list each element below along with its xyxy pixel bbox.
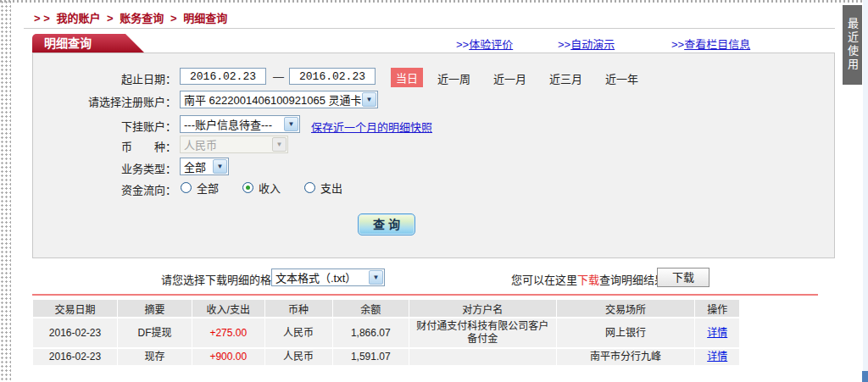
detail-link[interactable]: 详情 [707, 327, 727, 339]
table-row: 2016-02-23 现存 +900.00 人民币 1,591.07 南平市分行… [33, 349, 739, 365]
flow-option-income[interactable]: 收入 [242, 180, 281, 196]
sub-account-value: ---账户信息待查--- [181, 116, 283, 132]
cell-amount: +275.00 [192, 318, 264, 347]
results-divider [32, 294, 818, 296]
range-month-link[interactable]: 近一月 [493, 70, 526, 86]
breadcrumb-my-account[interactable]: 我的账户 [56, 12, 100, 25]
date-from-input[interactable] [180, 68, 266, 85]
currency-label: 币 种： [32, 138, 176, 154]
flow-option-all[interactable]: 全部 [181, 180, 219, 196]
currency-select: 人民币 ▼ [180, 136, 288, 153]
breadcrumb-prefix: > > [34, 12, 50, 25]
link-prefix: >> [671, 38, 684, 51]
left-dotted-border [0, 0, 11, 382]
download-hint: 您可以在这里下载查询明细结果 [511, 271, 665, 287]
download-hint-suffix: 查询明细结果 [599, 274, 665, 286]
link-label[interactable]: 自动演示 [570, 38, 615, 51]
chevron-down-icon[interactable]: ▼ [284, 117, 298, 131]
business-type-select[interactable]: 全部 ▼ [180, 158, 229, 175]
breadcrumb-account-query[interactable]: 账务查询 [120, 12, 164, 25]
fund-flow-options: 全部 收入 支出 [181, 180, 366, 196]
cell-counterparty [409, 349, 556, 365]
currency-value: 人民币 [181, 136, 271, 152]
col-currency: 币种 [265, 300, 332, 317]
cell-summary: DF提现 [118, 318, 192, 347]
link-prefix: >> [456, 38, 469, 51]
transactions-table: 交易日期 摘要 收入/支出 币种 余额 对方户名 交易场所 操作 2016-02… [32, 298, 740, 367]
detail-link[interactable]: 详情 [707, 351, 727, 363]
cell-amount: +900.00 [192, 349, 264, 365]
cell-place: 南平市分行九峰 [557, 349, 695, 365]
range-year-link[interactable]: 近一年 [605, 70, 638, 86]
cell-currency: 人民币 [265, 318, 332, 347]
experience-rating-link[interactable]: >>体验评价 [456, 36, 513, 52]
registered-account-select[interactable]: 南平 6222001406100921065 灵通卡 ▼ [180, 91, 378, 108]
breadcrumb-divider [24, 28, 835, 29]
cell-counterparty: 财付通支付科技有限公司客户备付金 [409, 318, 556, 347]
date-to-input[interactable] [289, 68, 376, 85]
flow-option-label: 收入 [259, 180, 281, 196]
breadcrumb-separator: > [170, 12, 177, 25]
col-action: 操作 [695, 300, 739, 317]
registered-account-value: 南平 6222001406100921065 灵通卡 [181, 91, 361, 108]
breadcrumb-separator: > [107, 12, 114, 25]
recently-used-tab[interactable]: 最近使用 [843, 5, 862, 85]
scrollbar-track[interactable] [863, 0, 868, 382]
sub-account-label: 下挂账户： [32, 118, 176, 134]
fund-flow-label: 资金流向： [32, 181, 176, 197]
download-hint-prefix: 您可以在这里 [511, 274, 577, 286]
table-header-row: 交易日期 摘要 收入/支出 币种 余额 对方户名 交易场所 操作 [33, 300, 739, 317]
business-type-value: 全部 [181, 158, 212, 174]
detail-query-page: > > 我的账户 > 账务查询 > 明细查询 明细查询 >>体验评价 >>自动演… [0, 0, 868, 382]
col-balance: 余额 [333, 300, 409, 317]
cell-balance: 1,866.07 [333, 318, 409, 347]
flow-option-label: 全部 [197, 180, 219, 196]
auto-demo-link[interactable]: >>自动演示 [558, 36, 615, 52]
breadcrumb: > > 我的账户 > 账务查询 > 明细查询 [34, 9, 231, 25]
sub-account-select[interactable]: ---账户信息待查--- ▼ [180, 115, 300, 133]
chevron-down-icon[interactable]: ▼ [369, 270, 383, 285]
cell-summary: 现存 [118, 349, 192, 365]
chevron-down-icon[interactable]: ▼ [362, 92, 376, 107]
download-format-select[interactable]: 文本格式（.txt） ▼ [271, 269, 385, 286]
col-counterparty: 对方户名 [409, 300, 556, 317]
scrollbar-corner [862, 371, 868, 382]
registered-account-label: 请选择注册账户： [32, 93, 176, 109]
cell-balance: 1,591.07 [333, 349, 409, 365]
download-format-value: 文本格式（.txt） [272, 269, 368, 285]
cell-date: 2016-02-23 [33, 349, 117, 365]
top-dotted-border [0, 0, 868, 3]
cell-place: 网上银行 [557, 318, 695, 347]
cell-date: 2016-02-23 [33, 318, 117, 347]
radio-icon[interactable] [181, 182, 192, 193]
chevron-down-icon[interactable]: ▼ [213, 159, 227, 174]
query-button[interactable]: 查 询 [358, 213, 415, 235]
flow-option-expense[interactable]: 支出 [304, 180, 342, 196]
col-date: 交易日期 [33, 300, 117, 317]
flow-option-label: 支出 [320, 180, 342, 196]
breadcrumb-detail-query: 明细查询 [183, 12, 227, 25]
range-3months-link[interactable]: 近三月 [549, 70, 582, 86]
column-info-link[interactable]: >>查看栏目信息 [671, 36, 750, 52]
download-button[interactable]: 下载 [657, 268, 709, 287]
section-tab-detail-query: 明细查询 [32, 34, 144, 53]
radio-checked-icon[interactable] [242, 182, 253, 193]
quick-range-links: 近一周 近一月 近三月 近一年 [437, 70, 638, 86]
link-label[interactable]: 查看栏目信息 [684, 38, 750, 51]
col-amount: 收入/支出 [192, 300, 264, 317]
range-today-button[interactable]: 当日 [391, 68, 423, 87]
range-week-link[interactable]: 近一周 [437, 70, 470, 86]
chevron-down-icon: ▼ [272, 137, 287, 152]
col-place: 交易场所 [557, 300, 695, 317]
date-range-dash: — [273, 70, 284, 83]
save-snapshot-link[interactable]: 保存近一个月的明细快照 [311, 119, 432, 135]
link-label[interactable]: 体验评价 [469, 38, 513, 51]
download-format-label: 请您选择下载明细的格式 [161, 271, 282, 287]
radio-icon[interactable] [304, 182, 315, 193]
col-summary: 摘要 [118, 300, 192, 317]
table-row: 2016-02-23 DF提现 +275.00 人民币 1,866.07 财付通… [33, 318, 739, 347]
link-prefix: >> [558, 38, 570, 51]
download-hint-link[interactable]: 下载 [577, 274, 599, 286]
cell-currency: 人民币 [265, 349, 332, 365]
business-type-label: 业务类型： [32, 160, 176, 176]
